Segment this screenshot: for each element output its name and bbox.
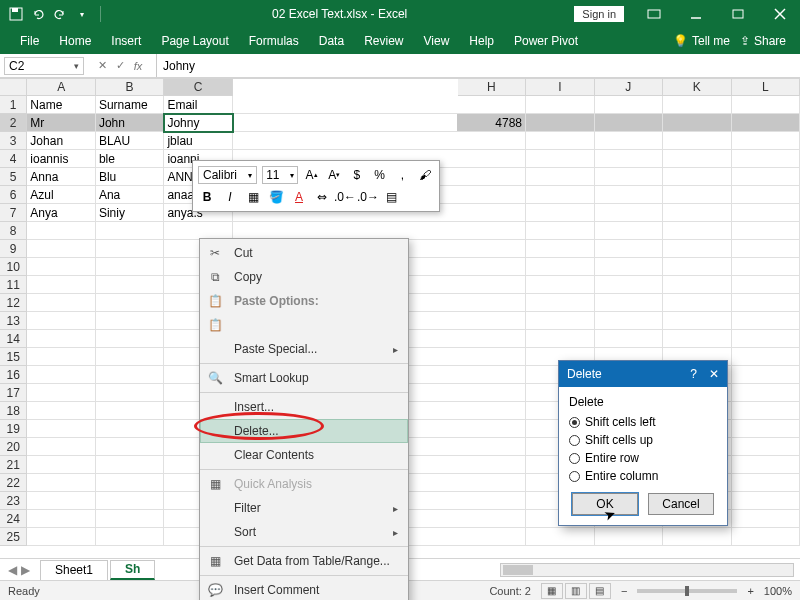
cell[interactable] bbox=[732, 492, 800, 510]
cell[interactable] bbox=[27, 384, 96, 402]
increase-font-icon[interactable]: A▴ bbox=[303, 166, 321, 184]
cell[interactable] bbox=[595, 132, 664, 150]
cell[interactable] bbox=[457, 186, 526, 204]
ctx-delete[interactable]: Delete... bbox=[200, 419, 408, 443]
cell[interactable] bbox=[526, 294, 595, 312]
cell[interactable] bbox=[595, 114, 664, 132]
tab-data[interactable]: Data bbox=[309, 28, 354, 54]
cell[interactable] bbox=[27, 240, 96, 258]
cell[interactable] bbox=[732, 510, 800, 528]
cell[interactable]: ioannis bbox=[27, 150, 96, 168]
row-header[interactable]: 19 bbox=[0, 420, 27, 438]
ctx-copy[interactable]: ⧉Copy bbox=[200, 265, 408, 289]
cell[interactable] bbox=[526, 222, 595, 240]
ctx-insert-comment[interactable]: 💬Insert Comment bbox=[200, 578, 408, 600]
cell[interactable] bbox=[732, 186, 800, 204]
increase-decimal-icon[interactable]: .0← bbox=[336, 188, 354, 206]
row-header[interactable]: 22 bbox=[0, 474, 27, 492]
row-header[interactable]: 9 bbox=[0, 240, 27, 258]
cell[interactable] bbox=[732, 348, 800, 366]
row-header[interactable]: 1 bbox=[0, 96, 27, 114]
cell[interactable] bbox=[595, 330, 664, 348]
ctx-paste-option[interactable]: 📋 bbox=[200, 313, 408, 337]
cell[interactable] bbox=[457, 438, 526, 456]
radio-shift-left[interactable]: Shift cells left bbox=[569, 413, 717, 431]
cell[interactable] bbox=[96, 294, 165, 312]
cell[interactable] bbox=[732, 528, 800, 546]
chevron-down-icon[interactable]: ▾ bbox=[74, 61, 79, 71]
cell[interactable] bbox=[27, 366, 96, 384]
cell[interactable]: jblau bbox=[164, 132, 233, 150]
cell[interactable] bbox=[27, 456, 96, 474]
cell[interactable] bbox=[457, 510, 526, 528]
cell[interactable] bbox=[732, 438, 800, 456]
tab-nav-next-icon[interactable]: ▶ bbox=[21, 563, 30, 577]
cell[interactable]: Siniy bbox=[96, 204, 165, 222]
cell[interactable] bbox=[663, 258, 732, 276]
zoom-in-icon[interactable]: + bbox=[747, 585, 753, 597]
cell[interactable] bbox=[27, 294, 96, 312]
row-header[interactable]: 15 bbox=[0, 348, 27, 366]
percent-format-icon[interactable]: % bbox=[371, 166, 389, 184]
save-icon[interactable] bbox=[8, 6, 24, 22]
tab-insert[interactable]: Insert bbox=[101, 28, 151, 54]
qat-dropdown-icon[interactable]: ▾ bbox=[74, 6, 90, 22]
row-header[interactable]: 6 bbox=[0, 186, 27, 204]
sheet-tab-1[interactable]: Sheet1 bbox=[40, 560, 108, 580]
minimize-icon[interactable] bbox=[676, 0, 716, 28]
cell[interactable] bbox=[732, 456, 800, 474]
row-header[interactable]: 23 bbox=[0, 492, 27, 510]
name-box[interactable]: C2 ▾ bbox=[4, 57, 84, 75]
row-header[interactable]: 8 bbox=[0, 222, 27, 240]
undo-icon[interactable] bbox=[30, 6, 46, 22]
cell[interactable] bbox=[457, 276, 526, 294]
cell[interactable] bbox=[732, 204, 800, 222]
cell[interactable] bbox=[595, 276, 664, 294]
bold-icon[interactable]: B bbox=[198, 188, 216, 206]
cell[interactable] bbox=[526, 132, 595, 150]
row-header[interactable]: 16 bbox=[0, 366, 27, 384]
zoom-level[interactable]: 100% bbox=[764, 585, 792, 597]
cell[interactable] bbox=[663, 240, 732, 258]
cell[interactable] bbox=[732, 402, 800, 420]
cell[interactable] bbox=[96, 402, 165, 420]
cell[interactable]: John bbox=[96, 114, 165, 132]
cell[interactable] bbox=[663, 96, 732, 114]
row-header[interactable]: 10 bbox=[0, 258, 27, 276]
fx-icon[interactable]: fx bbox=[130, 60, 146, 72]
cell[interactable] bbox=[595, 150, 664, 168]
tell-me-button[interactable]: 💡 Tell me bbox=[673, 34, 730, 48]
conditional-format-icon[interactable]: ▤ bbox=[382, 188, 400, 206]
font-color-icon[interactable]: A bbox=[290, 188, 308, 206]
accounting-format-icon[interactable]: $ bbox=[348, 166, 366, 184]
cell[interactable] bbox=[595, 528, 664, 546]
cell[interactable] bbox=[526, 528, 595, 546]
ribbon-display-icon[interactable] bbox=[634, 0, 674, 28]
cell[interactable] bbox=[96, 420, 165, 438]
cell[interactable] bbox=[595, 168, 664, 186]
row-header[interactable]: 4 bbox=[0, 150, 27, 168]
cell[interactable] bbox=[663, 222, 732, 240]
zoom-slider[interactable] bbox=[637, 589, 737, 593]
tab-file[interactable]: File bbox=[10, 28, 49, 54]
ctx-clear-contents[interactable]: Clear Contents bbox=[200, 443, 408, 467]
cell[interactable] bbox=[663, 330, 732, 348]
cell[interactable] bbox=[27, 510, 96, 528]
row-header[interactable]: 12 bbox=[0, 294, 27, 312]
cell[interactable] bbox=[27, 528, 96, 546]
row-header[interactable]: 18 bbox=[0, 402, 27, 420]
radio-shift-up[interactable]: Shift cells up bbox=[569, 431, 717, 449]
cell[interactable] bbox=[457, 258, 526, 276]
cell[interactable] bbox=[27, 438, 96, 456]
cell[interactable] bbox=[96, 456, 165, 474]
cell[interactable] bbox=[27, 492, 96, 510]
dialog-close-icon[interactable]: ✕ bbox=[709, 367, 719, 381]
page-layout-view-icon[interactable]: ▥ bbox=[565, 583, 587, 599]
row-header[interactable]: 13 bbox=[0, 312, 27, 330]
tab-home[interactable]: Home bbox=[49, 28, 101, 54]
ctx-cut[interactable]: ✂Cut bbox=[200, 241, 408, 265]
cell[interactable] bbox=[732, 150, 800, 168]
cell[interactable] bbox=[595, 222, 664, 240]
ctx-smart-lookup[interactable]: 🔍Smart Lookup bbox=[200, 366, 408, 390]
cell[interactable] bbox=[457, 204, 526, 222]
